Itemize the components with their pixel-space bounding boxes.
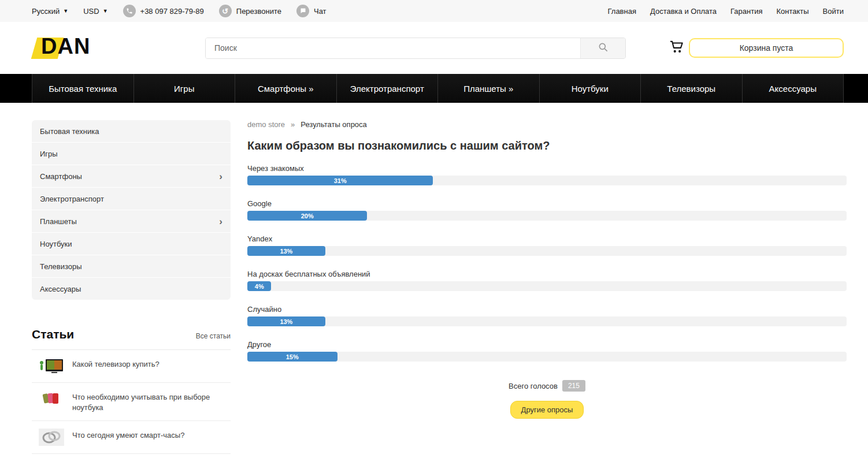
chevron-right-icon: › xyxy=(219,217,222,226)
poll-bar-fill: 31% xyxy=(247,176,433,185)
poll-bar-fill: 4% xyxy=(247,281,271,291)
nav-item-smartphones[interactable]: Смартфоны » xyxy=(235,74,336,103)
sidebar-item-tablets[interactable]: Планшеты› xyxy=(32,210,231,232)
article-thumbnail xyxy=(39,429,64,446)
poll-option-label: На досках бесплатных объявлений xyxy=(247,270,847,278)
sidebar-item-smartphones[interactable]: Смартфоны› xyxy=(32,165,231,187)
cart-button[interactable]: Корзина пуста xyxy=(689,38,844,58)
poll-percent-label: 13% xyxy=(280,248,292,255)
other-polls-button[interactable]: Другие опросы xyxy=(510,401,584,419)
poll-bar-fill: 13% xyxy=(247,316,325,326)
poll-bar-fill: 20% xyxy=(247,211,367,221)
article-link: Что необходимо учитывать при выборе ноут… xyxy=(72,390,217,413)
poll-bar-fill: 15% xyxy=(247,352,337,362)
sidebar-item-accessories[interactable]: Аксессуары xyxy=(32,278,231,300)
chat-button[interactable]: Чат xyxy=(296,5,327,17)
total-votes: Всего голосов 215 xyxy=(247,380,847,392)
poll-row: На досках бесплатных объявлений 4% xyxy=(247,270,847,291)
search-button[interactable] xyxy=(580,38,625,58)
poll-row: Google 20% xyxy=(247,199,847,221)
chat-label: Чат xyxy=(314,7,327,16)
poll-chart: Через знакомых 31% Google 20% Yandex 13%… xyxy=(247,164,847,362)
sidebar-item-appliances[interactable]: Бытовая техника xyxy=(32,120,231,142)
language-label: Русский xyxy=(32,7,60,16)
sidebar: Бытовая техника Игры Смартфоны› Электрот… xyxy=(32,120,231,454)
breadcrumb-home-link[interactable]: demo store xyxy=(247,120,285,129)
topbar-link-home[interactable]: Главная xyxy=(607,7,636,16)
poll-bar-track: 13% xyxy=(247,246,847,256)
callback-icon: ↺ xyxy=(219,5,232,17)
currency-label: USD xyxy=(83,7,99,16)
topbar-link-contacts[interactable]: Контакты xyxy=(776,7,808,16)
sidebar-item-laptops[interactable]: Ноутбуки xyxy=(32,233,231,255)
phone-link[interactable]: +38 097 829-79-89 xyxy=(123,5,204,17)
main-navigation: Бытовая техника Игры Смартфоны » Электро… xyxy=(0,74,868,103)
language-selector[interactable]: Русский ▼ xyxy=(32,7,68,16)
breadcrumb: demo store » Результаты опроса xyxy=(247,120,847,129)
article-item-laptop[interactable]: Что необходимо учитывать при выборе ноут… xyxy=(32,383,231,421)
total-votes-label: Всего голосов xyxy=(509,382,558,390)
cart-area: Корзина пуста xyxy=(669,38,844,58)
poll-option-label: Google xyxy=(247,199,847,208)
chevron-right-icon: › xyxy=(219,172,222,181)
poll-percent-label: 31% xyxy=(334,177,347,184)
category-list: Бытовая техника Игры Смартфоны› Электрот… xyxy=(32,120,231,300)
phone-number: +38 097 829-79-89 xyxy=(140,7,204,16)
poll-percent-label: 13% xyxy=(280,318,292,325)
sidebar-item-tvs[interactable]: Телевизоры xyxy=(32,255,231,277)
phone-icon xyxy=(123,5,136,17)
poll-results-content: demo store » Результаты опроса Каким обр… xyxy=(247,120,847,454)
poll-option-label: Yandex xyxy=(247,234,847,243)
poll-bar-track: 13% xyxy=(247,316,847,326)
search-input[interactable] xyxy=(206,38,580,58)
poll-option-label: Другое xyxy=(247,340,847,349)
poll-percent-label: 4% xyxy=(255,283,264,290)
nav-item-appliances[interactable]: Бытовая техника xyxy=(32,74,133,103)
poll-row: Случайно 13% xyxy=(247,305,847,326)
nav-item-laptops[interactable]: Ноутбуки xyxy=(539,74,641,103)
callback-button[interactable]: ↺ Перезвоните xyxy=(219,5,281,17)
poll-percent-label: 15% xyxy=(286,353,299,360)
all-articles-link[interactable]: Все статьи xyxy=(196,332,231,340)
poll-bar-track: 4% xyxy=(247,281,847,291)
callback-label: Перезвоните xyxy=(236,7,281,16)
breadcrumb-current: Результаты опроса xyxy=(301,120,367,129)
poll-bar-track: 20% xyxy=(247,211,847,221)
total-votes-badge: 215 xyxy=(562,380,585,392)
sidebar-item-electrotransport[interactable]: Электротранспорт xyxy=(32,188,231,210)
search-icon xyxy=(598,42,609,55)
topbar-link-delivery[interactable]: Доставка и Оплата xyxy=(650,7,717,16)
chevron-down-icon: ▼ xyxy=(63,8,68,14)
logo-text: DAN xyxy=(41,34,90,59)
breadcrumb-separator: » xyxy=(291,120,295,129)
poll-bar-fill: 13% xyxy=(247,246,325,256)
poll-option-label: Случайно xyxy=(247,305,847,314)
poll-row: Другое 15% xyxy=(247,340,847,362)
article-link: Какой телевизор купить? xyxy=(72,357,159,375)
articles-title: Статьи xyxy=(32,327,74,341)
nav-item-accessories[interactable]: Аксессуары xyxy=(742,74,844,103)
poll-row: Yandex 13% xyxy=(247,234,847,256)
nav-item-tablets[interactable]: Планшеты » xyxy=(437,74,539,103)
currency-selector[interactable]: USD ▼ xyxy=(83,7,107,16)
poll-row: Через знакомых 31% xyxy=(247,164,847,185)
chat-icon xyxy=(296,5,309,17)
article-thumbnail xyxy=(39,390,64,408)
cart-icon[interactable] xyxy=(669,40,684,56)
article-item-tv[interactable]: Какой телевизор купить? xyxy=(32,350,231,383)
nav-item-electrotransport[interactable]: Электротранспорт xyxy=(336,74,438,103)
page-title: Каким образом вы познакомились с нашим с… xyxy=(247,139,847,152)
store-logo[interactable]: DAN xyxy=(31,35,112,61)
topbar-link-warranty[interactable]: Гарантия xyxy=(730,7,762,16)
search-bar xyxy=(205,38,626,59)
header: DAN Корзина пуста xyxy=(0,22,868,74)
nav-item-tvs[interactable]: Телевизоры xyxy=(640,74,742,103)
poll-percent-label: 20% xyxy=(301,213,314,219)
articles-section: Статьи Все статьи Какой телевизор купить… xyxy=(32,327,231,454)
main-area: Бытовая техника Игры Смартфоны› Электрот… xyxy=(0,103,868,454)
article-item-smartwatch[interactable]: Что сегодня умеют смарт-часы? xyxy=(32,421,231,454)
nav-item-games[interactable]: Игры xyxy=(133,74,235,103)
topbar-link-login[interactable]: Войти xyxy=(823,7,844,16)
sidebar-item-games[interactable]: Игры xyxy=(32,143,231,165)
topbar-links: Главная Доставка и Оплата Гарантия Конта… xyxy=(607,7,844,16)
